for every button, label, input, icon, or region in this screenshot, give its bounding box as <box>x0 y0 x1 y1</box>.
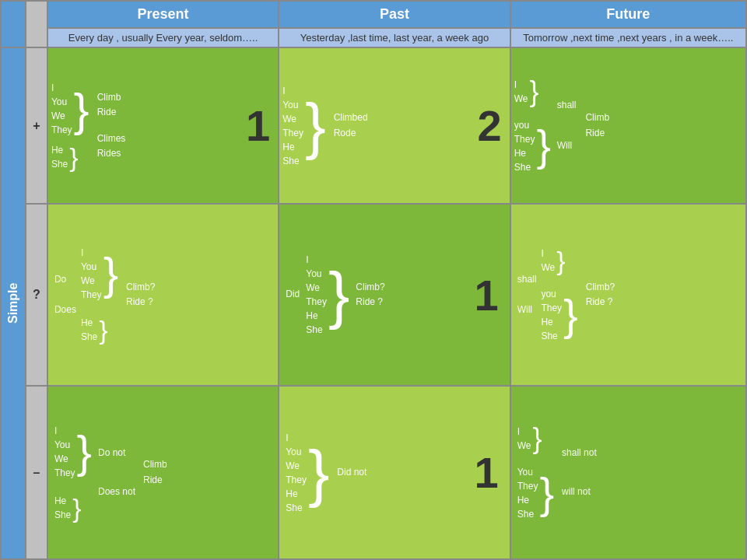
sign-question: ? <box>26 204 47 386</box>
cell-present-plus: I You We They } He She <box>47 47 279 204</box>
row-label-simple: Simple <box>1 47 26 559</box>
number-past-minus: 1 <box>475 447 499 498</box>
cell-present-minus: I You We They } He She <box>47 386 279 559</box>
cell-present-question: Do Does I You We They } <box>47 204 279 386</box>
cell-past-plus: I You We They He She } Climbed Rode 2 <box>279 47 510 204</box>
sign-minus: – <box>26 386 47 559</box>
cell-past-minus: I You We They He She } Did not 1 <box>279 386 510 559</box>
header-past: Past <box>279 1 510 28</box>
cell-future-minus: I We } You They He She <box>510 386 746 559</box>
subtitle-past: Yesterday ,last time, last year, a week … <box>279 28 510 47</box>
cell-future-plus: I We } you They He She <box>510 47 746 204</box>
header-future: Future <box>510 1 746 28</box>
number-present-plus: 1 <box>246 100 270 151</box>
cell-past-question: Did I You We They He She } Climb? <box>279 204 510 386</box>
number-past-question: 1 <box>475 270 499 320</box>
subtitle-future: Tomorrow ,next time ,next years , in a w… <box>510 28 746 47</box>
cell-future-question: shall Will I We } yo <box>510 204 746 386</box>
header-present: Present <box>47 1 279 28</box>
sign-plus: + <box>26 47 47 204</box>
subtitle-present: Every day , usually Every year, seldom….… <box>47 28 279 47</box>
number-past-plus: 2 <box>478 100 502 151</box>
